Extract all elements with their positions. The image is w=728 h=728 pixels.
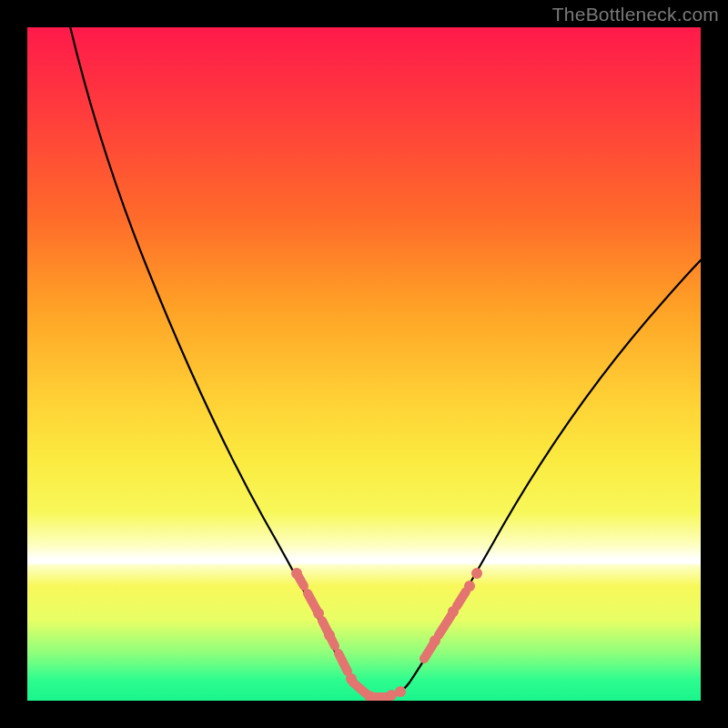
plot-area <box>27 27 701 701</box>
watermark-text: TheBottleneck.com <box>552 4 719 25</box>
marker-right-seg-2 <box>439 615 451 635</box>
bottleneck-curve <box>62 27 701 698</box>
marker-dot <box>395 686 406 697</box>
marker-dot <box>324 630 335 641</box>
chart-frame: TheBottleneck.com <box>0 0 728 728</box>
marker-left-seg-4 <box>339 653 348 672</box>
chart-svg <box>27 27 701 701</box>
marker-dot <box>471 568 482 579</box>
marker-dot <box>464 581 475 592</box>
marker-right-seg-1 <box>424 644 433 659</box>
marker-floor-seg-1 <box>353 682 366 693</box>
marker-dot <box>291 568 302 579</box>
marker-right-seg-3 <box>457 592 466 606</box>
highlight-markers <box>291 568 482 701</box>
